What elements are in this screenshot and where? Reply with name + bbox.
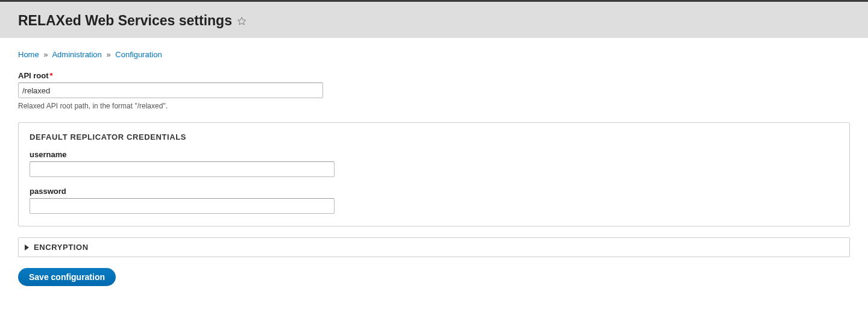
password-label: password: [30, 187, 66, 196]
breadcrumb-home[interactable]: Home: [18, 50, 39, 59]
page-title: RELAXed Web Services settings: [18, 13, 232, 29]
api-root-label: API root*: [18, 71, 53, 80]
content-region: Home » Administration » Configuration AP…: [0, 38, 868, 310]
password-input[interactable]: [30, 198, 335, 214]
breadcrumb-administration[interactable]: Administration: [52, 50, 101, 59]
page-title-row: RELAXed Web Services settings: [18, 13, 850, 29]
star-outline-icon[interactable]: [237, 16, 247, 26]
api-root-field: API root* Relaxed API root path, in the …: [18, 71, 850, 110]
encryption-summary-label: ENCRYPTION: [34, 243, 89, 252]
encryption-summary[interactable]: ENCRYPTION: [18, 237, 850, 257]
password-field: password: [30, 187, 838, 214]
page-header: RELAXed Web Services settings: [0, 2, 868, 38]
breadcrumb: Home » Administration » Configuration: [18, 50, 850, 59]
save-button[interactable]: Save configuration: [18, 268, 116, 286]
credentials-legend: DEFAULT REPLICATOR CREDENTIALS: [30, 132, 838, 142]
breadcrumb-configuration[interactable]: Configuration: [115, 50, 162, 59]
username-label: username: [30, 150, 66, 159]
api-root-label-text: API root: [18, 71, 49, 80]
username-field: username: [30, 150, 838, 177]
api-root-input[interactable]: [18, 83, 323, 98]
caret-right-icon: [25, 245, 29, 251]
breadcrumb-separator: »: [43, 50, 48, 59]
required-indicator: *: [50, 71, 53, 80]
username-input[interactable]: [30, 161, 335, 177]
api-root-description: Relaxed API root path, in the format "/r…: [18, 102, 850, 110]
breadcrumb-separator: »: [106, 50, 110, 59]
svg-marker-0: [237, 17, 245, 24]
credentials-fieldset: DEFAULT REPLICATOR CREDENTIALS username …: [18, 122, 850, 226]
